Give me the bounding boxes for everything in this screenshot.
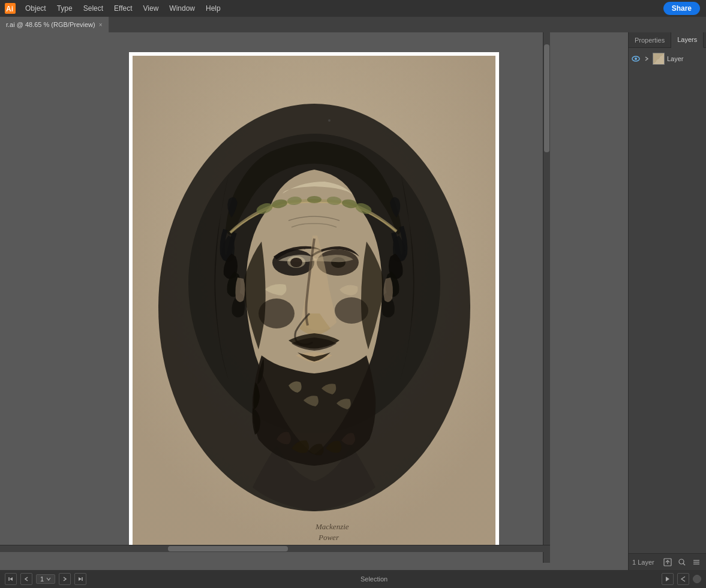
nav-next-icon [62, 576, 68, 582]
svg-point-26 [635, 58, 637, 60]
tool-name-label: Selection [360, 575, 387, 583]
status-bar: 1 Selection [0, 570, 706, 588]
nav-last-icon [77, 576, 83, 582]
svg-point-9 [307, 196, 322, 203]
app-icon: Ai [5, 3, 16, 14]
search-icon [678, 559, 686, 566]
chevron-right-icon [644, 56, 649, 61]
doc-tab-title: r.ai @ 48.65 % (RGB/Preview) [6, 21, 95, 28]
layer-expand-arrow[interactable] [643, 55, 650, 62]
horizontal-scrollbar[interactable] [0, 545, 550, 552]
nav-first-icon [8, 576, 14, 582]
tab-extra[interactable]: L [704, 32, 706, 47]
main-layout: Mackenzie Power 3 / 1 [0, 32, 706, 570]
nav-prev-button[interactable] [20, 573, 32, 585]
export-icon [663, 558, 672, 566]
menu-bar: Ai Object Type Select Effect View Window… [0, 0, 706, 17]
eye-icon [632, 56, 640, 62]
nav-next-button[interactable] [59, 573, 71, 585]
layer-row[interactable]: Layer [629, 50, 706, 67]
menu-view[interactable]: View [139, 2, 164, 15]
play-icon [665, 576, 671, 582]
menu-help[interactable]: Help [201, 2, 226, 15]
layer-count-label: 1 Layer [632, 559, 654, 566]
menu-icon [693, 559, 700, 566]
menu-effect[interactable]: Effect [109, 2, 137, 15]
nav-first-button[interactable] [5, 573, 17, 585]
svg-point-16 [290, 258, 302, 267]
vertical-scrollbar[interactable] [543, 32, 550, 563]
svg-point-29 [679, 559, 684, 564]
svg-text:Power: Power [318, 533, 340, 542]
tab-properties[interactable]: Properties [629, 32, 671, 48]
menu-window[interactable]: Window [164, 2, 200, 15]
nav-prev-icon [23, 576, 29, 582]
document-tab[interactable]: r.ai @ 48.65 % (RGB/Preview) × [0, 17, 109, 32]
canvas-wrapper: Mackenzie Power 3 / 1 [125, 49, 503, 554]
play-button[interactable] [662, 573, 674, 585]
panel-bottom-bar: 1 Layer [629, 553, 706, 570]
right-panel: Properties Layers L [628, 32, 706, 570]
document-border: Mackenzie Power 3 / 1 [129, 52, 499, 551]
page-number-display[interactable]: 1 [36, 574, 55, 584]
canvas-area[interactable]: Mackenzie Power 3 / 1 [0, 32, 628, 570]
page-dropdown-icon [46, 577, 51, 581]
menu-type[interactable]: Type [52, 2, 77, 15]
svg-text:Ai: Ai [6, 5, 13, 13]
menu-object[interactable]: Object [20, 2, 51, 15]
svg-line-30 [683, 563, 685, 565]
export-layer-button[interactable] [662, 556, 674, 568]
layer-thumbnail [653, 53, 665, 65]
svg-point-23 [328, 119, 331, 122]
share-button[interactable]: Share [663, 2, 700, 15]
svg-text:Mackenzie: Mackenzie [315, 522, 349, 531]
panel-tabs: Properties Layers L [629, 32, 706, 48]
rewind-icon [680, 576, 686, 582]
nav-last-button[interactable] [74, 573, 86, 585]
tab-properties-label: Properties [635, 37, 665, 44]
rewind-button[interactable] [677, 573, 689, 585]
tab-layers[interactable]: Layers [671, 32, 704, 48]
artwork-svg: Mackenzie Power 3 / 1 [133, 56, 495, 547]
vertical-scroll-thumb[interactable] [544, 44, 549, 152]
tab-bar: r.ai @ 48.65 % (RGB/Preview) × [0, 17, 706, 32]
close-tab-button[interactable]: × [99, 22, 103, 28]
layer-visibility-toggle[interactable] [631, 54, 641, 64]
search-layer-button[interactable] [676, 556, 688, 568]
page-number: 1 [40, 575, 44, 583]
menu-select[interactable]: Select [79, 2, 108, 15]
horizontal-scroll-thumb[interactable] [168, 546, 288, 551]
layer-name-label: Layer [667, 55, 704, 62]
scroll-indicator[interactable] [693, 575, 701, 583]
artwork-canvas[interactable]: Mackenzie Power 3 / 1 [133, 56, 495, 547]
layer-menu-button[interactable] [690, 556, 702, 568]
tab-layers-label: Layers [677, 36, 697, 43]
layers-panel: Layer [629, 48, 706, 553]
